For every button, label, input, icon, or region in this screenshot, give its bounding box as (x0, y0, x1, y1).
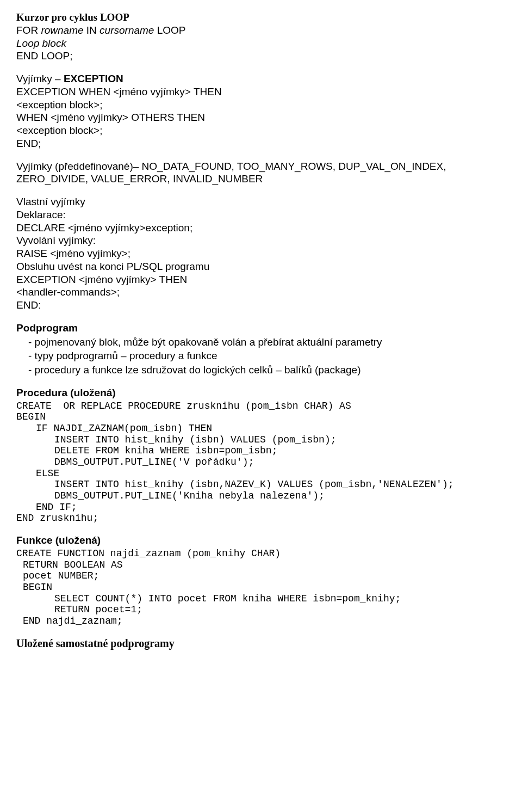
code-line: Deklarace: (16, 208, 506, 222)
heading-procedura: Procedura (uložená) (16, 386, 506, 399)
code-line: RETURN pocet=1; (16, 604, 506, 616)
list-item: typy podprogramů – procedury a funkce (38, 349, 506, 362)
code-line: END LOOP; (16, 50, 506, 63)
section-funkce: Funkce (uložená) CREATE FUNCTION najdi_z… (16, 534, 506, 627)
code-line: IF NAJDI_ZAZNAM(pom_isbn) THEN (16, 423, 506, 434)
code-line: EXCEPTION <jméno vyjímky> THEN (16, 273, 506, 286)
code-block: CREATE FUNCTION najdi_zaznam (pom_knihy … (16, 548, 506, 627)
code-line: END najdi_zaznam; (16, 616, 506, 627)
text-italic: rowname (41, 24, 83, 36)
section-vlastni: Vlastní vyjímky Deklarace: DECLARE <jmén… (16, 195, 506, 312)
heading-podprogram: Podprogram (16, 322, 506, 335)
text: FOR (16, 24, 41, 36)
code-line: END zrusknihu; (16, 513, 506, 524)
code-line: Vyjímky – EXCEPTION (16, 72, 506, 85)
code-line: RAISE <jméno vyjímky>; (16, 247, 506, 260)
code-line: SELECT COUNT(*) INTO pocet FROM kniha WH… (16, 593, 506, 605)
code-line: DECLARE <jméno vyjímky>exception; (16, 222, 506, 235)
code-line: FOR rowname IN cursorname LOOP (16, 24, 506, 37)
code-line: BEGIN (16, 582, 506, 593)
text: IN (84, 24, 100, 36)
section-procedura: Procedura (uložená) CREATE OR REPLACE PR… (16, 386, 506, 524)
code-line: EXCEPTION WHEN <jméno vyjímky> THEN (16, 85, 506, 99)
heading-kurzor: Kurzor pro cyklus LOOP (16, 11, 506, 24)
code-line: <exception block>; (16, 124, 506, 137)
code-line: Obsluhu uvést na konci PL/SQL programu (16, 260, 506, 273)
code-block: CREATE OR REPLACE PROCEDURE zrusknihu (p… (16, 401, 506, 525)
code-line: DBMS_OUTPUT.PUT_LINE('V pořádku'); (16, 457, 506, 468)
code-line: BEGIN (16, 411, 506, 423)
code-line: Vyvolání vyjímky: (16, 234, 506, 247)
code-line: DBMS_OUTPUT.PUT_LINE('Kniha nebyla nalez… (16, 490, 506, 502)
heading-funkce: Funkce (uložená) (16, 534, 506, 547)
list-item: procedury a funkce lze sdružovat do logi… (38, 364, 506, 377)
heading-ulozene: Uložené samostatné podprogramy (16, 637, 506, 650)
code-line: END: (16, 299, 506, 312)
code-line: Loop block (16, 37, 506, 50)
code-line: DELETE FROM kniha WHERE isbn=pom_isbn; (16, 445, 506, 457)
code-line: INSERT INTO hist_knihy (isbn,NAZEV_K) VA… (16, 479, 506, 490)
list-item: pojmenovaný blok, může být opakovaně vol… (38, 336, 506, 349)
code-line: WHEN <jméno vyjímky> OTHERS THEN (16, 111, 506, 124)
text: Vyjímky (předdefinované)– NO_DATA_FOUND,… (16, 161, 446, 185)
code-line: END; (16, 137, 506, 150)
text-italic: cursorname (100, 24, 154, 36)
code-line: <exception block>; (16, 99, 506, 112)
code-line: END IF; (16, 502, 506, 513)
code-line: pocet NUMBER; (16, 570, 506, 582)
section-kurzor: Kurzor pro cyklus LOOP FOR rowname IN cu… (16, 11, 506, 63)
code-line: Vlastní vyjímky (16, 195, 506, 208)
code-line: <handler-commands>; (16, 286, 506, 299)
text: Vyjímky – (16, 73, 64, 84)
code-line: CREATE OR REPLACE PROCEDURE zrusknihu (p… (16, 401, 506, 412)
text: LOOP (154, 24, 185, 36)
code-line: ELSE (16, 468, 506, 479)
podprogram-list: pojmenovaný blok, může být opakovaně vol… (38, 336, 506, 377)
section-podprogram: Podprogram pojmenovaný blok, může být op… (16, 322, 506, 377)
code-line: RETURN BOOLEAN AS (16, 559, 506, 571)
code-line: INSERT INTO hist_knihy (isbn) VALUES (po… (16, 434, 506, 446)
section-exception: Vyjímky – EXCEPTION EXCEPTION WHEN <jmén… (16, 72, 506, 150)
section-predef: Vyjímky (předdefinované)– NO_DATA_FOUND,… (16, 160, 506, 186)
code-line: CREATE FUNCTION najdi_zaznam (pom_knihy … (16, 548, 506, 559)
text-bold: EXCEPTION (64, 73, 123, 84)
